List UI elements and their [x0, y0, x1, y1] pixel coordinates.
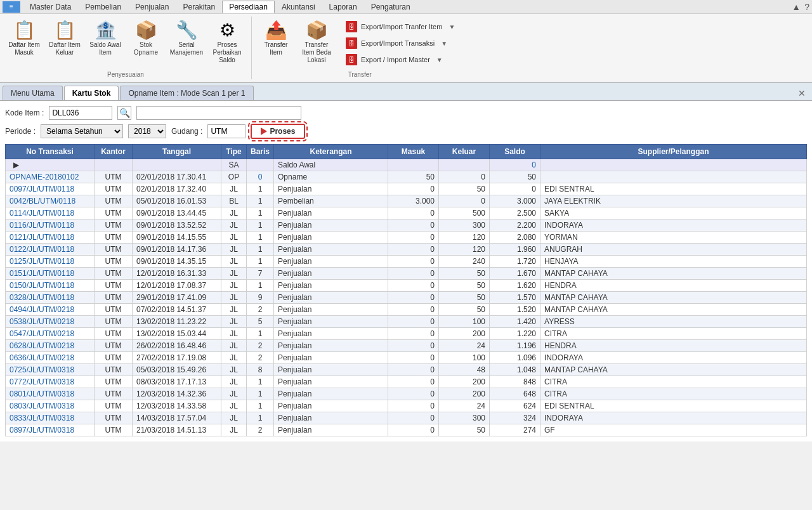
cell-no[interactable]: 0151/JL/UTM/0118 — [6, 268, 95, 280]
tab-menu-utama[interactable]: Menu Utama — [3, 86, 63, 100]
tab-kartu-stok[interactable]: Kartu Stok — [64, 86, 119, 100]
cell-no[interactable]: 0772/JL/UTM/0318 — [6, 376, 95, 388]
cell-no[interactable]: 0328/JL/UTM/0118 — [6, 292, 95, 304]
export-transfer-arrow: ▼ — [449, 23, 455, 30]
cell-saldo: 0 — [490, 159, 540, 171]
menu-persediaan[interactable]: Persediaan — [222, 1, 275, 13]
cell-no[interactable]: 0494/JL/UTM/0218 — [6, 304, 95, 316]
tahun-select[interactable]: 2018 2017 2016 — [128, 124, 166, 138]
cell-supplier: INDORAYA — [540, 412, 807, 424]
cell-no[interactable]: OPNAME-20180102 — [6, 171, 95, 183]
table-row[interactable]: 0097/JL/UTM/0118 UTM 02/01/2018 17.32.40… — [6, 183, 807, 195]
search-button[interactable]: 🔍 — [117, 106, 131, 120]
cell-no[interactable]: 0150/JL/UTM/0118 — [6, 280, 95, 292]
cell-no[interactable]: 0122/JL/UTM/0118 — [6, 244, 95, 256]
table-row[interactable]: 0114/JL/UTM/0118 UTM 09/01/2018 13.44.45… — [6, 207, 807, 219]
menu-pembelian[interactable]: Pembelian — [78, 1, 128, 13]
cell-tipe: JL — [221, 207, 247, 219]
tab-opname-item[interactable]: Opname Item : Mode Scan 1 per 1 — [120, 86, 253, 100]
cell-kantor: UTM — [95, 244, 133, 256]
cell-kantor: UTM — [95, 256, 133, 268]
periode-select[interactable]: Selama Setahun Bulan Ini Minggu Ini — [41, 124, 123, 138]
cell-saldo: 1.720 — [490, 256, 540, 268]
cell-no[interactable]: 0801/JL/UTM/0318 — [6, 388, 95, 400]
table-row[interactable]: 0725/JL/UTM/0318 UTM 05/03/2018 15.49.26… — [6, 364, 807, 376]
cell-no[interactable]: 0042/BL/UTM/0118 — [6, 195, 95, 207]
cell-tipe: JL — [221, 400, 247, 412]
cell-baris: 9 — [247, 292, 274, 304]
table-row[interactable]: 0833/JL/UTM/0318 UTM 14/03/2018 17.57.04… — [6, 412, 807, 424]
ribbon-btn-proses-perbaikan[interactable]: ⚙ Proses Perbaikan Saldo — [208, 16, 246, 66]
ribbon-btn-stok-opname[interactable]: 📦 Stok Opname — [127, 16, 165, 58]
cell-supplier: MANTAP CAHAYA — [540, 292, 807, 304]
tab-close-btn[interactable]: ✕ — [794, 88, 809, 98]
filter-row-2: Periode : Selama Setahun Bulan Ini Mingg… — [5, 124, 807, 139]
proses-button[interactable]: Proses — [251, 124, 305, 139]
cell-no[interactable]: 0628/JL/UTM/0218 — [6, 340, 95, 352]
cell-supplier: HENDRA — [540, 340, 807, 352]
menu-penjualan[interactable]: Penjualan — [128, 1, 176, 13]
cell-no[interactable]: 0097/JL/UTM/0118 — [6, 183, 95, 195]
item-desc-input[interactable] — [136, 106, 301, 120]
menu-master-data[interactable]: Master Data — [23, 1, 78, 13]
table-row[interactable]: 0150/JL/UTM/0118 UTM 12/01/2018 17.08.37… — [6, 280, 807, 292]
table-row[interactable]: 0151/JL/UTM/0118 UTM 12/01/2018 16.31.33… — [6, 268, 807, 280]
ribbon-btn-daftar-item-masuk[interactable]: 📋 Daftar Item Masuk — [5, 16, 43, 58]
table-row[interactable]: 0547/JL/UTM/0218 UTM 13/02/2018 15.03.44… — [6, 328, 807, 340]
cell-no[interactable]: 0803/JL/UTM/0318 — [6, 400, 95, 412]
cell-no[interactable]: 0833/JL/UTM/0318 — [6, 412, 95, 424]
table-row[interactable]: OPNAME-20180102 UTM 02/01/2018 17.30.41 … — [6, 171, 807, 183]
app-icon[interactable]: ≡ — [3, 1, 20, 13]
ribbon-btn-transfer-item[interactable]: 📤 Transfer Item — [257, 16, 295, 58]
table-row[interactable]: 0636/JL/UTM/0218 UTM 27/02/2018 17.19.08… — [6, 352, 807, 364]
cell-tanggal: 26/02/2018 16.48.46 — [133, 340, 221, 352]
ribbon-btn-serial[interactable]: 🔧 Serial Manajemen — [167, 16, 206, 58]
cell-masuk: 3.000 — [388, 195, 439, 207]
table-row[interactable]: 0042/BL/UTM/0118 UTM 05/01/2018 16.01.53… — [6, 195, 807, 207]
cell-no[interactable]: 0116/JL/UTM/0118 — [6, 219, 95, 232]
export-import-transfer-item[interactable]: 🗄 Export/Import Tranfer Item ▼ — [342, 19, 459, 34]
cell-no[interactable]: 0897/JL/UTM/0318 — [6, 424, 95, 436]
menu-laporan[interactable]: Laporan — [322, 1, 364, 13]
cell-baris: 5 — [247, 316, 274, 328]
kode-item-input[interactable] — [49, 106, 112, 120]
cell-supplier: INDORAYA — [540, 219, 807, 232]
table-row[interactable]: 0116/JL/UTM/0118 UTM 09/01/2018 13.52.52… — [6, 219, 807, 232]
table-row[interactable]: 0494/JL/UTM/0218 UTM 07/02/2018 14.51.37… — [6, 304, 807, 316]
cell-no[interactable]: 0538/JL/UTM/0218 — [6, 316, 95, 328]
menu-pengaturan[interactable]: Pengaturan — [364, 1, 417, 13]
menu-perakitan[interactable]: Perakitan — [176, 1, 222, 13]
cell-no[interactable]: 0125/JL/UTM/0118 — [6, 256, 95, 268]
menu-akuntansi[interactable]: Akuntansi — [275, 1, 322, 13]
table-row[interactable]: 0772/JL/UTM/0318 UTM 08/03/2018 17.17.13… — [6, 376, 807, 388]
table-row[interactable]: 0125/JL/UTM/0118 UTM 09/01/2018 14.35.15… — [6, 256, 807, 268]
cell-tanggal: 09/01/2018 13.52.52 — [133, 219, 221, 232]
gudang-input[interactable] — [207, 124, 246, 138]
table-header-row: No Transaksi Kantor Tanggal Tipe Baris K… — [6, 145, 807, 159]
cell-masuk: 0 — [388, 400, 439, 412]
ribbon-btn-transfer-item-beda-lokasi[interactable]: 📦 Transfer Item Beda Lokasi — [298, 16, 336, 66]
cell-tipe: JL — [221, 316, 247, 328]
table-row[interactable]: 0801/JL/UTM/0318 UTM 12/03/2018 14.32.36… — [6, 388, 807, 400]
table-row[interactable]: 0803/JL/UTM/0318 UTM 12/03/2018 14.33.58… — [6, 400, 807, 412]
cell-keluar: 50 — [439, 183, 490, 195]
table-row[interactable]: 0121/JL/UTM/0118 UTM 09/01/2018 14.15.55… — [6, 232, 807, 244]
ribbon-btn-daftar-item-keluar[interactable]: 📋 Daftar Item Keluar — [46, 16, 84, 58]
cell-no[interactable]: 0114/JL/UTM/0118 — [6, 207, 95, 219]
export-import-transaksi[interactable]: 🗄 Export/Import Transaksi ▼ — [342, 36, 459, 51]
help-icon[interactable]: ? — [804, 2, 809, 12]
scroll-up-icon[interactable]: ▲ — [792, 2, 801, 12]
table-row[interactable]: 0328/JL/UTM/0118 UTM 29/01/2018 17.41.09… — [6, 292, 807, 304]
table-row[interactable]: 0122/JL/UTM/0118 UTM 09/01/2018 14.17.36… — [6, 244, 807, 256]
ribbon-btn-saldo-awal[interactable]: 🏦 Saldo Awal Item — [86, 16, 124, 58]
cell-no[interactable]: 0636/JL/UTM/0218 — [6, 352, 95, 364]
cell-no[interactable]: 0121/JL/UTM/0118 — [6, 232, 95, 244]
table-row[interactable]: 0897/JL/UTM/0318 UTM 21/03/2018 14.51.13… — [6, 424, 807, 436]
export-import-master[interactable]: 🗄 Export / Import Master ▼ — [342, 52, 459, 67]
table-row[interactable]: 0628/JL/UTM/0218 UTM 26/02/2018 16.48.46… — [6, 340, 807, 352]
cell-no[interactable]: 0547/JL/UTM/0218 — [6, 328, 95, 340]
export-transaksi-icon: 🗄 — [346, 37, 357, 49]
table-row[interactable]: 0538/JL/UTM/0218 UTM 13/02/2018 11.23.22… — [6, 316, 807, 328]
cell-no[interactable]: 0725/JL/UTM/0318 — [6, 364, 95, 376]
table-row[interactable]: ▶ SA Saldo Awal 0 — [6, 159, 807, 171]
